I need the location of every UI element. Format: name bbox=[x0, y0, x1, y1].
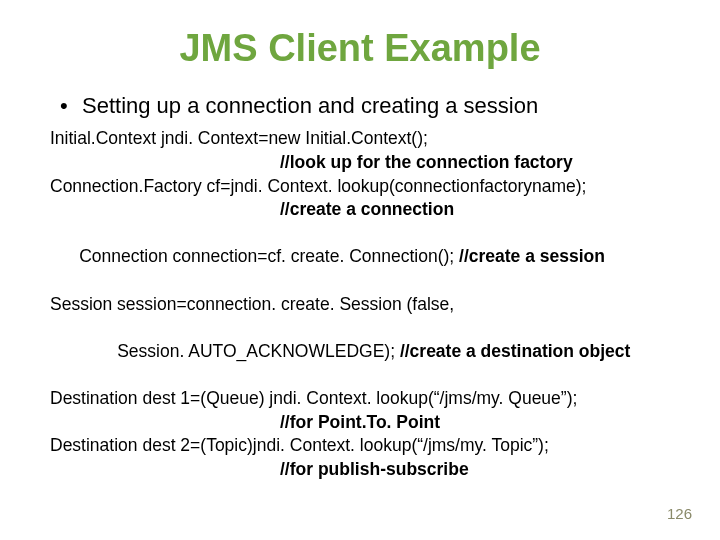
code-comment: //for Point.To. Point bbox=[50, 411, 670, 435]
code-comment-inline: //create a session bbox=[459, 246, 605, 266]
bullet-main: Setting up a connection and creating a s… bbox=[60, 92, 670, 120]
code-comment: //look up for the connection factory bbox=[50, 151, 670, 175]
code-text: Session. AUTO_ACKNOWLEDGE); bbox=[117, 341, 400, 361]
code-comment: //for publish-subscribe bbox=[50, 458, 670, 482]
code-line: Initial.Context jndi. Context=new Initia… bbox=[50, 127, 670, 151]
code-line: Session session=connection. create. Sess… bbox=[50, 293, 670, 317]
code-line: Destination dest 1=(Queue) jndi. Context… bbox=[50, 387, 670, 411]
slide: JMS Client Example Setting up a connecti… bbox=[0, 0, 720, 540]
code-line: Connection connection=cf. create. Connec… bbox=[50, 222, 670, 293]
slide-title: JMS Client Example bbox=[50, 28, 670, 70]
code-text: Connection connection=cf. create. Connec… bbox=[79, 246, 459, 266]
code-line: Connection.Factory cf=jndi. Context. loo… bbox=[50, 175, 670, 199]
code-block: Initial.Context jndi. Context=new Initia… bbox=[50, 127, 670, 481]
code-comment-inline: //create a destination object bbox=[400, 341, 630, 361]
page-number: 126 bbox=[667, 505, 692, 522]
code-comment: //create a connection bbox=[50, 198, 670, 222]
code-line: Destination dest 2=(Topic)jndi. Context.… bbox=[50, 434, 670, 458]
code-line: Session. AUTO_ACKNOWLEDGE); //create a d… bbox=[50, 316, 670, 387]
